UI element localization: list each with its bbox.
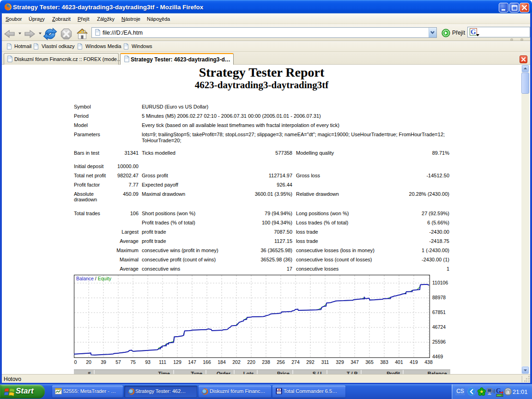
svg-text:a: a — [506, 388, 510, 395]
svg-text:238: 238 — [262, 359, 270, 365]
svg-text:166: 166 — [203, 359, 211, 365]
svg-text:G: G — [471, 28, 476, 36]
svg-text:184: 184 — [218, 359, 226, 365]
svg-text:20: 20 — [86, 359, 91, 365]
svg-text:383: 383 — [380, 359, 388, 365]
svg-text:Balance / Equity: Balance / Equity — [76, 276, 112, 281]
svg-text:220: 220 — [247, 359, 255, 365]
svg-text:311: 311 — [321, 359, 329, 365]
svg-text:202: 202 — [232, 359, 241, 365]
svg-text:292: 292 — [306, 359, 314, 365]
svg-text:G: G — [496, 387, 501, 394]
svg-text:67851: 67851 — [432, 309, 446, 315]
svg-text:256: 256 — [277, 359, 285, 365]
svg-text:438: 438 — [424, 359, 433, 365]
svg-text:39: 39 — [101, 359, 106, 365]
svg-text:57: 57 — [115, 359, 121, 365]
svg-text:93: 93 — [145, 359, 151, 365]
svg-text:147: 147 — [188, 359, 196, 365]
svg-text:46724: 46724 — [432, 324, 446, 330]
svg-text:75: 75 — [130, 359, 136, 365]
svg-text:401: 401 — [395, 359, 403, 365]
svg-text:365: 365 — [365, 359, 374, 365]
svg-text:0: 0 — [74, 359, 77, 365]
svg-text:88978: 88978 — [432, 295, 446, 300]
svg-text:25596: 25596 — [432, 339, 446, 345]
svg-text:347: 347 — [351, 359, 359, 365]
svg-text:419: 419 — [410, 359, 418, 365]
svg-text:274: 274 — [291, 359, 300, 365]
svg-text:329: 329 — [336, 359, 344, 365]
svg-text:110106: 110106 — [432, 280, 448, 285]
svg-text:129: 129 — [173, 359, 181, 365]
svg-text:4469: 4469 — [432, 354, 443, 359]
svg-text:111: 111 — [159, 359, 166, 365]
